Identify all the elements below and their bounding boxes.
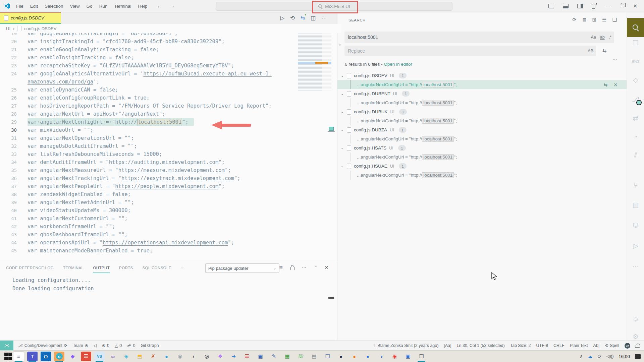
restore-button[interactable]	[620, 4, 624, 8]
notes-app[interactable]: ≡	[13, 351, 24, 362]
accounts-icon[interactable]: ☺	[627, 315, 644, 323]
chevron-down-icon[interactable]: ⌄	[341, 164, 344, 168]
code-line[interactable]: 28var angularNextUrl = apiHost+"/angular…	[0, 110, 297, 118]
fingerprint-app[interactable]: ◉	[175, 352, 185, 361]
onedrive-icon[interactable]: ☁	[588, 354, 592, 359]
panel-tabs-overflow-icon[interactable]: ⋯	[181, 265, 185, 270]
code-line[interactable]: 35var angularNextMeasureUrl = "https://m…	[0, 166, 297, 174]
search-input[interactable]: localhost:5001 Aa ab .*	[344, 32, 614, 43]
result-file-row[interactable]: ⌄config.js.DSDEVUI1	[337, 71, 627, 80]
nav-forward-icon[interactable]: →	[169, 3, 175, 9]
result-file-row[interactable]: ⌄config.js.DUBENTUI1	[337, 89, 627, 98]
whatsapp-app[interactable]: ☏	[296, 352, 306, 361]
crystal-app[interactable]: ◆	[67, 352, 78, 361]
editor-doc-app[interactable]: ✎	[269, 352, 279, 361]
menu-run[interactable]: Run	[96, 3, 111, 10]
panel-tab-sql-console[interactable]: SQL CONSOLE	[143, 266, 171, 270]
firefox-app[interactable]: ●	[349, 352, 360, 361]
split-editor-icon[interactable]	[548, 4, 554, 8]
settings-gear-icon[interactable]: ⚙	[627, 333, 644, 341]
more-actions-icon[interactable]: ⋯	[321, 15, 327, 21]
dismiss-match-icon[interactable]: ✕	[613, 82, 618, 87]
blame-item[interactable]: ♀Blame Zonika Smit (2 years ago)	[373, 343, 438, 348]
remote-window-icon[interactable]: ▤	[627, 201, 644, 209]
menu-view[interactable]: View	[67, 3, 83, 10]
volume-icon[interactable]: ◁)))	[606, 354, 613, 359]
source-control-icon[interactable]: ⑂	[627, 182, 644, 189]
chrome-app[interactable]: ◉	[389, 352, 400, 361]
csharp-badge[interactable]: C#	[625, 343, 630, 349]
replace-input[interactable]: Replace AB	[344, 46, 596, 56]
team-item[interactable]: Team⊗	[73, 343, 88, 348]
chevron-down-icon[interactable]: ⌄	[341, 128, 344, 132]
redis-app[interactable]: ☰	[242, 352, 252, 361]
panel-tab-code-reference-log[interactable]: CODE REFERENCE LOG	[6, 266, 54, 270]
nav-back-icon[interactable]: ←	[157, 3, 162, 9]
tab-size-item[interactable]: Tab Size: 2	[510, 343, 531, 348]
result-match-row[interactable]: ...angularNextConfigUrl = "http://localh…	[337, 98, 627, 107]
code-line[interactable]: 44var operationsApiUrl = "https://operat…	[0, 239, 297, 247]
result-match-row[interactable]: ...angularNextConfigUrl = "http://localh…	[337, 171, 627, 180]
case-item[interactable]: [Aa]	[444, 343, 451, 348]
todo-app[interactable]: ☰	[81, 352, 91, 361]
ports-item[interactable]: ☍0	[127, 343, 135, 348]
result-file-row[interactable]: ⌄config.js.DUBUKUI1	[337, 107, 627, 116]
announcement-item[interactable]: ◁	[94, 343, 97, 348]
split-editor-right-icon[interactable]: ◫	[311, 15, 316, 21]
open-in-editor-link[interactable]: Open in editor	[384, 62, 412, 67]
code-line[interactable]: amazonaws.com/prod/ga';	[0, 78, 297, 86]
panel-more-icon[interactable]: ⋯	[302, 265, 307, 270]
eol-item[interactable]: CRLF	[553, 343, 565, 348]
chart-app[interactable]: ▦	[282, 352, 292, 361]
timeline-icon[interactable]: ⟲	[290, 15, 294, 21]
cursor-position-item[interactable]: Ln 30, Col 1 (53 selected)	[457, 343, 505, 348]
doc-export-app[interactable]: ➔	[228, 352, 239, 361]
run-debug-icon[interactable]: ▷	[627, 242, 644, 250]
result-match-row[interactable]: ...angularNextConfigUrl = "http://localh…	[337, 116, 627, 125]
code-line[interactable]: 40var videoStatusUpdateMs = 300000;	[0, 206, 297, 215]
database-icon[interactable]: ⛁	[627, 221, 644, 229]
code-line[interactable]: 45var maintenanceModeBannerEnabled = tru…	[0, 247, 297, 255]
clock[interactable]: 16:00	[619, 354, 630, 359]
code-line[interactable]: 33var listRefreshDebounceMiliseconds = 1…	[0, 150, 297, 158]
code-line[interactable]: 41var angularNextCustomerUrl = "";	[0, 215, 297, 223]
code-line[interactable]: 21var enableGoogleAnalyticsTracking = fa…	[0, 46, 297, 54]
music-app[interactable]: ♪	[188, 352, 199, 361]
result-file-row[interactable]: ⌄config.js.HSATSUI1	[337, 143, 627, 153]
sidebar-item-search-active[interactable]	[627, 18, 644, 37]
menu-selection[interactable]: Selection	[41, 3, 67, 10]
more-extensions-icon[interactable]: ⋯	[627, 262, 644, 270]
bell-icon[interactable]	[636, 344, 640, 347]
compare-changes-icon[interactable]: ⇄	[627, 114, 644, 122]
chevron-down-icon[interactable]: ⌄	[341, 92, 344, 96]
result-file-row[interactable]: ⌄config.js.HSUAEUI1	[337, 162, 627, 171]
replace-match-icon[interactable]: ⇆	[604, 82, 608, 87]
panel-tab-terminal[interactable]: TERMINAL	[63, 266, 84, 270]
git-graph-item[interactable]: Git Graph	[141, 343, 159, 348]
panel-tab-output[interactable]: OUTPUT	[93, 262, 110, 273]
chevron-down-icon[interactable]: ⌄	[341, 146, 344, 150]
aws-icon[interactable]: aws	[627, 59, 644, 64]
dev-doc-app[interactable]: ✗	[148, 352, 158, 361]
code-line[interactable]: 23var recaptchaSiteKey = "6LfZViUTAAAAAA…	[0, 62, 297, 70]
refresh-icon[interactable]: ⟳	[572, 17, 577, 23]
code-line[interactable]: 38var zendeskWidgetEnabled = false;	[0, 190, 297, 198]
breadcrumb-file[interactable]: config.js.DSDEV	[24, 26, 56, 31]
result-match-row[interactable]: ...angularNextConfigUrl = "http://localh…	[337, 80, 627, 89]
code-line[interactable]: 29var·angularNextConfigUrl·=·"http://loc…	[0, 118, 297, 126]
blue-circle-app[interactable]: ●	[363, 352, 373, 361]
code-line[interactable]: 27var hosDriverLogReportPath = "/FM/Hour…	[0, 102, 297, 110]
save-app[interactable]: ▣	[255, 352, 266, 361]
replace-all-icon[interactable]: ⇆	[602, 48, 607, 54]
clapper-app[interactable]: ❖	[215, 352, 225, 361]
code-line[interactable]: 22var enableInsightTracking = false;	[0, 54, 297, 62]
window-app[interactable]: ❐	[322, 352, 333, 361]
toggle-panel-icon[interactable]	[563, 4, 569, 8]
whole-word-icon[interactable]: ab	[600, 35, 605, 40]
toggle-replace-icon[interactable]: ⌄	[338, 42, 342, 47]
clipboard-app[interactable]: ▤	[309, 352, 319, 361]
result-file-row[interactable]: ⌄config.js.DUBZAUI1	[337, 125, 627, 134]
output-log[interactable]: Loading configuration....Done loading co…	[12, 276, 94, 293]
breadcrumb[interactable]: UI › config.js.DSDEV	[0, 24, 341, 33]
close-button[interactable]: ✕	[633, 3, 637, 9]
